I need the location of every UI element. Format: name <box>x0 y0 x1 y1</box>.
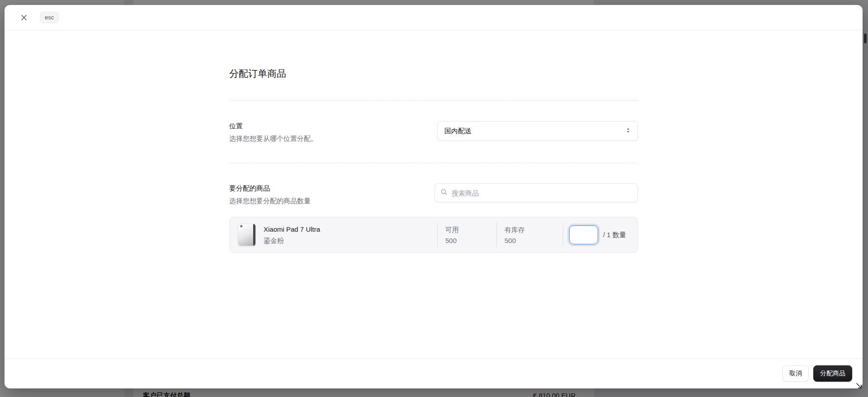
cancel-button[interactable]: 取消 <box>783 365 809 382</box>
screen: 客户已支付总额 € 810,00 EUR esc 分配订单商品 <box>0 0 868 397</box>
divider <box>229 100 638 101</box>
product-row: Xiaomi Pad 7 Ultra 鎏金粉 可用 500 有库存 500 <box>229 217 638 253</box>
product-search-box <box>434 183 638 202</box>
product-variant: 鎏金粉 <box>264 236 320 245</box>
search-icon <box>440 188 448 197</box>
location-label: 位置 <box>229 121 430 130</box>
close-icon <box>20 14 28 21</box>
location-section-text: 位置 选择您想要从哪个位置分配。 <box>229 121 430 143</box>
modal-body: 分配订单商品 位置 选择您想要从哪个位置分配。 国内配送 <box>5 30 863 358</box>
quantity-input[interactable] <box>569 225 598 244</box>
items-description: 选择您想要分配的商品数量 <box>229 196 430 205</box>
items-section-text: 要分配的商品 选择您想要分配的商品数量 <box>229 183 430 205</box>
items-section: 要分配的商品 选择您想要分配的商品数量 <box>229 183 638 205</box>
location-select[interactable]: 国内配送 <box>437 121 638 141</box>
modal-header: esc <box>5 5 863 30</box>
mouse-cursor-icon <box>855 382 863 392</box>
location-description: 选择您想要从哪个位置分配。 <box>229 134 430 143</box>
product-row-main: Xiaomi Pad 7 Ultra 鎏金粉 <box>230 217 437 252</box>
product-text: Xiaomi Pad 7 Ultra 鎏金粉 <box>264 225 320 245</box>
close-button[interactable] <box>18 12 30 23</box>
product-thumbnail <box>238 224 256 246</box>
dialog-title: 分配订单商品 <box>229 68 638 79</box>
modal-footer: 取消 分配商品 <box>5 358 863 388</box>
items-label: 要分配的商品 <box>229 184 430 192</box>
location-section: 位置 选择您想要从哪个位置分配。 国内配送 <box>229 121 638 143</box>
chevron-up-down-icon <box>625 127 632 135</box>
available-label: 可用 <box>445 225 496 234</box>
divider <box>229 163 638 163</box>
esc-key-hint: esc <box>40 12 59 23</box>
location-select-value: 国内配送 <box>444 127 472 135</box>
product-name: Xiaomi Pad 7 Ultra <box>264 225 320 234</box>
modal-content: 分配订单商品 位置 选择您想要从哪个位置分配。 国内配送 <box>229 30 638 253</box>
quantity-suffix: / 1 数量 <box>603 231 626 239</box>
allocate-items-button[interactable]: 分配商品 <box>813 365 852 382</box>
in-stock-stat: 有库存 500 <box>496 223 563 247</box>
in-stock-label: 有库存 <box>505 225 563 234</box>
quantity-cell: / 1 数量 <box>563 223 637 247</box>
allocate-order-items-modal: esc 分配订单商品 位置 选择您想要从哪个位置分配。 国内配送 <box>5 5 863 388</box>
available-value: 500 <box>445 236 496 245</box>
in-stock-value: 500 <box>505 236 563 245</box>
product-search-input[interactable] <box>452 189 632 197</box>
available-stat: 可用 500 <box>437 223 496 247</box>
